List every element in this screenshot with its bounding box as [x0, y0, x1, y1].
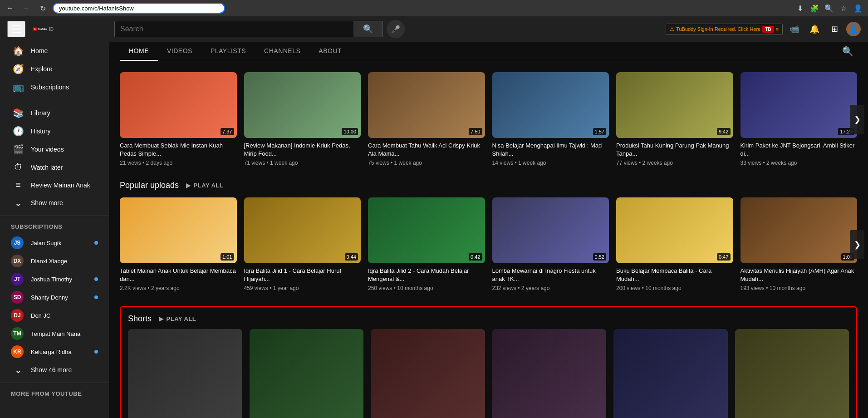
video-card[interactable]: 0:16 #Short Bakso Enak Gaess Hafanis Sho… [128, 329, 242, 418]
sidebar-item-your-videos[interactable]: 🎬 Your videos [2, 140, 107, 158]
sidebar-item-show-more[interactable]: ⌄ Show more [2, 194, 107, 212]
popular-uploads-header: Popular uploads ▶ PLAY ALL [120, 181, 857, 190]
zoom-icon[interactable]: 🔍 [823, 2, 835, 15]
video-card[interactable]: 0:47 Buku Belajar Membaca Balita - Cara … [616, 197, 733, 291]
sidebar-label-home: Home [31, 47, 48, 54]
video-card[interactable]: 1:57 Nisa Belajar Menghapal Ilmu Tajwid … [492, 72, 609, 166]
tab-about[interactable]: ABOUT [309, 42, 351, 61]
create-video-button[interactable]: 📹 [786, 21, 803, 37]
video-meta: 21 views • 2 days ago [120, 160, 237, 166]
popular-uploads-section: Popular uploads ▶ PLAY ALL 1:01 Tablet M… [120, 181, 857, 291]
duration-badge: 0:42 [469, 253, 482, 261]
video-meta: 77 views • 2 weeks ago [616, 160, 733, 166]
back-button[interactable]: ← [4, 2, 16, 15]
search-input[interactable] [115, 21, 353, 37]
channel-tabs: HOME VIDEOS PLAYLISTS CHANNELS ABOUT 🔍 [120, 42, 857, 61]
video-card[interactable]: 10:00 [Review Makanan] Indomie Kriuk Ped… [244, 72, 361, 166]
sidebar-item-watch-later[interactable]: ⏱ Watch later [2, 158, 107, 176]
hamburger-menu[interactable] [7, 21, 25, 37]
video-card[interactable]: 0:32 #Shorts Bakso Dadakan Dibuatnya Men… [613, 329, 728, 418]
subscription-tempat-main-nana[interactable]: TM Tempat Main Nana [0, 325, 109, 343]
sidebar-item-review-mainan[interactable]: ≡ Review Mainan Anak [2, 176, 107, 194]
video-card[interactable]: 0:16 #Shorts Sarang Tawon Jatuh Dari Poh… [371, 329, 485, 418]
popular-uploads-play-all[interactable]: ▶ PLAY ALL [186, 182, 223, 189]
video-meta: 75 views • 1 week ago [368, 160, 485, 166]
duration-badge: 9:42 [717, 128, 730, 135]
sub-dot-shanty-denny [94, 295, 98, 299]
shorts-play-all[interactable]: ▶ PLAY ALL [159, 315, 196, 322]
user-avatar[interactable]: 👤 [846, 22, 861, 36]
browser-chrome: ← → ↻ ⬇ 🧩 🔍 ☆ 👤 [0, 0, 868, 16]
explore-icon: 🧭 [13, 64, 24, 74]
video-card[interactable]: 1:01 Tablet Mainan Anak Untuk Belajar Me… [120, 197, 237, 291]
video-card[interactable]: 1:00 Aktivitas Menulis Hijaiyah (AMH) Ag… [740, 197, 858, 291]
video-meta: 14 views • 1 week ago [492, 160, 609, 166]
sidebar-item-subscriptions[interactable]: 📺 Subscriptions [2, 78, 107, 96]
profile-icon[interactable]: 👤 [852, 2, 864, 15]
subscription-jalan-sugik[interactable]: JS Jalan Sugik [0, 234, 109, 252]
video-meta: 33 views • 2 weeks ago [740, 160, 858, 166]
video-thumbnail: 7:37 [120, 72, 237, 138]
tubebuddy-warning[interactable]: ⚠ TuBuddy Sign-In Required. Click Here T… [666, 24, 783, 35]
video-thumbnail: 0:52 [492, 197, 609, 263]
your-videos-icon: 🎬 [13, 144, 24, 155]
address-bar[interactable] [53, 3, 225, 14]
subscription-joshua-timothy[interactable]: JT Joshua Timothy [0, 270, 109, 288]
video-info: Nisa Belajar Menghapal Ilmu Tajwid : Mad… [492, 138, 609, 166]
more-from-youtube-label: MORE FROM YOUTUBE [0, 387, 109, 401]
video-card[interactable]: 7:37 Cara Membuat Seblak Mie Instan Kuah… [120, 72, 237, 166]
apps-button[interactable]: ⊞ [826, 21, 843, 37]
next-arrow-popular[interactable]: ❯ [850, 230, 864, 259]
download-icon[interactable]: ⬇ [794, 2, 806, 15]
extensions-icon[interactable]: 🧩 [808, 2, 821, 15]
video-card[interactable]: 0:27 #Shorts Bakso Rujak atau Bakso Keri… [492, 329, 607, 418]
sidebar-item-library[interactable]: 📚 Library [2, 104, 107, 122]
sub-avatar-keluarga-ridha: KR [11, 345, 24, 358]
channel-search-button[interactable]: 🔍 [839, 42, 857, 60]
video-card[interactable]: 0:26 #Shorts | Kucing Lucu Ngumpet Di Al… [250, 329, 364, 418]
video-title: Iqra Balita Jilid 1 - Cara Belajar Huruf… [244, 267, 361, 283]
video-card[interactable]: 0:52 Lomba Mewarnai di Inagro Fiesta unt… [492, 197, 609, 291]
sidebar-divider-2 [0, 216, 109, 216]
svg-text:YouTube: YouTube [38, 28, 47, 30]
watch-later-icon: ⏱ [13, 162, 24, 172]
shorts-thumbnail: 0:16 [128, 329, 242, 418]
video-info: Cara Membuat Tahu Walik Aci Crispy Kriuk… [368, 138, 485, 166]
refresh-button[interactable]: ↻ [36, 2, 49, 15]
sidebar-item-home[interactable]: 🏠 Home [2, 42, 107, 60]
forward-button[interactable]: → [20, 2, 33, 15]
notifications-button[interactable]: 🔔 [806, 21, 823, 37]
sidebar-item-history[interactable]: 🕐 History [2, 122, 107, 140]
subscription-dianxi-xiaoge[interactable]: DX Dianxi Xiaoge [0, 252, 109, 270]
sidebar-label-show-more: Show more [31, 199, 63, 207]
bookmark-icon[interactable]: ☆ [837, 2, 850, 15]
tab-channels[interactable]: CHANNELS [255, 42, 309, 61]
subscription-keluarga-ridha[interactable]: KR Keluarga Ridha [0, 343, 109, 361]
video-title: [Review Makanan] Indomie Kriuk Pedas, Mi… [244, 142, 361, 158]
video-card[interactable]: 17:27 Kirim Paket ke JNT Bojongsari, Amb… [740, 72, 858, 166]
sub-avatar-tempat-main-nana: TM [11, 327, 24, 340]
youtube-logo[interactable]: YouTube ID [33, 24, 54, 34]
search-button[interactable]: 🔍 [353, 21, 383, 37]
sub-name-dianxi-xiaoge: Dianxi Xiaoge [31, 258, 98, 265]
video-card[interactable]: 7:50 Cara Membuat Tahu Walik Aci Crispy … [368, 72, 485, 166]
video-meta: 193 views • 10 months ago [740, 285, 858, 291]
sidebar-item-show-46-more[interactable]: ⌄ Show 46 more [2, 361, 107, 379]
tab-home[interactable]: HOME [120, 42, 158, 61]
tab-playlists[interactable]: PLAYLISTS [201, 42, 255, 61]
video-card[interactable]: 0:44 Iqra Balita Jilid 1 - Cara Belajar … [244, 197, 361, 291]
sidebar-item-explore[interactable]: 🧭 Explore [2, 60, 107, 78]
video-card[interactable]: 0:42 Iqra Balita Jilid 2 - Cara Mudah Be… [368, 197, 485, 291]
next-arrow-recent[interactable]: ❯ [850, 105, 864, 134]
video-card[interactable]: 9:42 Produksi Tahu Kuning Parung Pak Man… [616, 72, 733, 166]
voice-search-button[interactable]: 🎤 [387, 20, 405, 38]
tab-videos[interactable]: VIDEOS [158, 42, 201, 61]
subscription-den-jc[interactable]: DJ Den JC [0, 306, 109, 325]
video-info: Aktivitas Menulis Hijaiyah (AMH) Agar An… [740, 263, 858, 291]
sidebar-label-your-videos: Your videos [31, 146, 64, 153]
subscription-shanty-denny[interactable]: SD Shanty Denny [0, 288, 109, 306]
video-card[interactable]: 1:00 #Shorts Cara Packing Buku Yang Baik… [735, 329, 849, 418]
home-icon: 🏠 [13, 45, 24, 56]
tubebuddy-text: TuBuddy Sign-In Required. Click Here [676, 26, 760, 32]
video-title: Kirim Paket ke JNT Bojongsari, Ambil Sti… [740, 142, 858, 158]
